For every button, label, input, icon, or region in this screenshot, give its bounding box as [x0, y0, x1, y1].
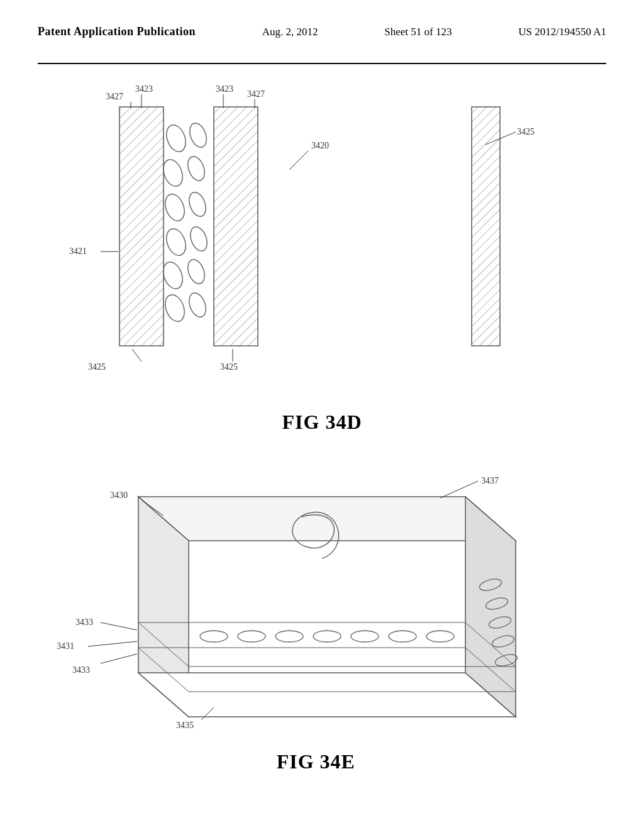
svg-point-45 — [238, 631, 265, 642]
label-3425-bottom-left: 3425 — [88, 362, 106, 372]
svg-line-55 — [101, 654, 137, 663]
label-3425-bottom-mid: 3425 — [220, 362, 238, 372]
svg-point-6 — [187, 121, 209, 150]
label-3420: 3420 — [311, 141, 329, 150]
svg-line-53 — [101, 622, 137, 630]
svg-point-8 — [185, 154, 208, 183]
label-3423-right: 3423 — [216, 84, 233, 94]
fig34d-area: 3427 3423 3423 3427 3420 3421 3425 3425 — [38, 75, 606, 440]
svg-point-49 — [389, 631, 416, 642]
publication-date: Aug. 2, 2012 — [262, 26, 318, 38]
svg-point-47 — [313, 631, 341, 642]
header-divider — [38, 63, 606, 64]
label-3421: 3421 — [69, 246, 87, 256]
svg-point-12 — [187, 224, 210, 253]
publication-title: Patent Application Publication — [38, 25, 196, 38]
svg-marker-29 — [138, 673, 516, 717]
svg-point-15 — [162, 292, 187, 324]
fig34d-label: FIG 34D — [282, 411, 362, 434]
svg-point-14 — [185, 257, 208, 286]
label-3425-right: 3425 — [517, 127, 535, 136]
svg-point-48 — [351, 631, 379, 642]
label-3433-bottom: 3433 — [72, 665, 90, 675]
svg-point-9 — [162, 192, 187, 224]
svg-point-11 — [163, 226, 189, 258]
svg-line-21 — [289, 151, 308, 170]
fig34e-label: FIG 34E — [277, 750, 355, 773]
label-3423-left: 3423 — [135, 84, 153, 94]
svg-line-54 — [88, 641, 137, 646]
svg-rect-3 — [214, 107, 258, 346]
fig34d-svg: 3427 3423 3423 3427 3420 3421 3425 3425 — [38, 75, 604, 428]
svg-line-23 — [132, 349, 142, 362]
svg-point-50 — [426, 631, 454, 642]
svg-rect-2 — [119, 107, 164, 346]
svg-point-44 — [200, 631, 228, 642]
fig34e-svg: 3437 3430 3433 3431 3433 3435 — [38, 459, 604, 767]
patent-page: Patent Application Publication Aug. 2, 2… — [0, 0, 644, 830]
svg-marker-27 — [138, 497, 516, 541]
header: Patent Application Publication Aug. 2, 2… — [38, 25, 606, 38]
svg-point-10 — [186, 190, 209, 219]
label-3430: 3430 — [110, 490, 128, 500]
svg-rect-4 — [472, 107, 500, 346]
svg-point-46 — [275, 631, 303, 642]
label-3437: 3437 — [481, 476, 499, 485]
label-3431: 3431 — [57, 641, 74, 651]
sheet-number: Sheet 51 of 123 — [384, 26, 452, 38]
label-3435: 3435 — [176, 721, 194, 730]
patent-number: US 2012/194550 A1 — [518, 26, 606, 38]
label-3427-left: 3427 — [106, 92, 123, 101]
label-3433-top: 3433 — [75, 617, 93, 627]
svg-point-5 — [163, 123, 189, 155]
label-3427-right: 3427 — [247, 89, 265, 99]
svg-point-16 — [186, 290, 209, 319]
svg-line-51 — [440, 481, 478, 498]
fig34e-area: 3437 3430 3433 3431 3433 3435 FIG 34E — [38, 459, 606, 786]
